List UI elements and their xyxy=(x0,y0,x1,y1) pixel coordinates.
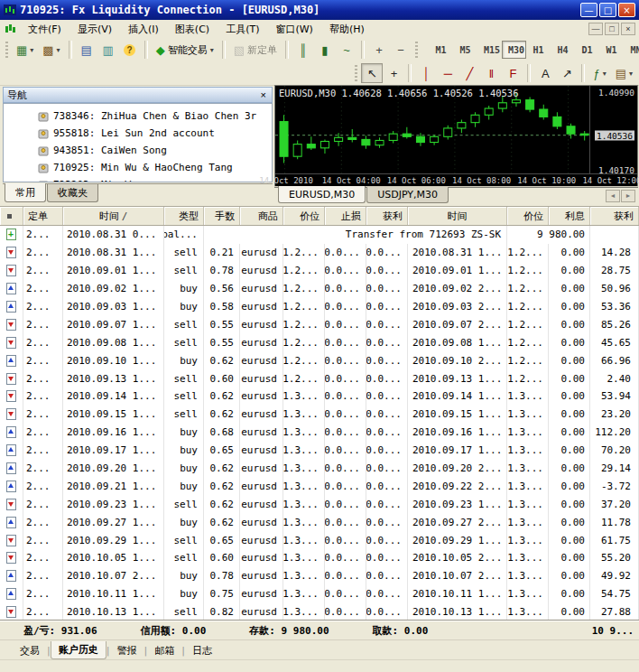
cursor-button[interactable]: ↖ xyxy=(361,63,383,83)
indicators-button[interactable]: ƒ▾ xyxy=(588,63,610,83)
bottom-tab-trade[interactable]: 交易 xyxy=(13,642,47,659)
history-row-18[interactable]: 2...2010.10.07 2...buy0.78eurusd1.3...0.… xyxy=(0,567,639,585)
header-stop-loss[interactable]: 止损 xyxy=(325,207,366,225)
header-open-price[interactable]: 价位 xyxy=(283,207,325,225)
header-take-profit[interactable]: 获利 xyxy=(366,207,408,225)
candlestick-chart-button[interactable]: ▮ xyxy=(314,40,336,60)
history-row-14[interactable]: 2...2010.09.23 1...sell0.62eurusd1.3...0… xyxy=(0,495,639,513)
navigator-account-2[interactable]: 943851: CaiWen Song xyxy=(4,142,272,159)
history-row-4[interactable]: 2...2010.09.07 1...sell0.55eurusd1.2...0… xyxy=(0,315,639,333)
new-chart-button[interactable]: ▦▾ xyxy=(12,40,38,60)
header-order[interactable]: 定单 xyxy=(23,207,63,225)
arrow-objects-button[interactable]: ↗ xyxy=(556,63,578,83)
templates-button[interactable]: ▤▾ xyxy=(611,63,637,83)
history-row-16[interactable]: 2...2010.09.29 1...sell0.65eurusd1.3...0… xyxy=(0,531,639,549)
bottom-tab-account-history[interactable]: 账户历史 xyxy=(51,641,106,659)
history-row-19[interactable]: 2...2010.10.11 1...buy0.75eurusd1.3...0.… xyxy=(0,585,639,603)
mdi-close-button[interactable]: × xyxy=(621,23,635,35)
help-button[interactable]: ? xyxy=(119,40,141,60)
time-axis[interactable]: 14 Oct 201014 Oct 04:0014 Oct 06:0014 Oc… xyxy=(275,173,637,187)
menu-window[interactable]: 窗口(W) xyxy=(267,21,320,38)
header-close-price[interactable]: 价位 xyxy=(507,207,549,225)
data-window-button[interactable]: ▥ xyxy=(97,40,119,60)
navigator-close-button[interactable]: × xyxy=(259,90,268,100)
bottom-tab-mailbox[interactable]: 邮箱 xyxy=(147,642,181,659)
history-row-9[interactable]: 2...2010.09.15 1...sell0.62eurusd1.3...0… xyxy=(0,406,639,424)
history-row-15[interactable]: 2...2010.09.27 1...buy0.62eurusd1.3...0.… xyxy=(0,513,639,531)
tabs-scroll-right-button[interactable]: ► xyxy=(621,190,635,202)
horizontal-line-button[interactable]: ─ xyxy=(437,63,458,83)
history-row-6[interactable]: 2...2010.09.10 1...buy0.62eurusd1.2...0.… xyxy=(0,351,639,369)
history-row-17[interactable]: 2...2010.10.05 1...sell0.60eurusd1.3...0… xyxy=(0,549,639,567)
equidistant-channel-button[interactable]: ‖ xyxy=(480,63,502,83)
line-chart-button[interactable]: ~ xyxy=(336,40,357,60)
fibonacci-button[interactable]: F xyxy=(502,63,523,83)
history-row-20[interactable]: 2...2010.10.13 1...sell0.82eurusd1.3...0… xyxy=(0,603,639,621)
history-row-12[interactable]: 2...2010.09.20 1...buy0.62eurusd1.3...0.… xyxy=(0,460,639,478)
history-row-8[interactable]: 2...2010.09.14 1...sell0.62eurusd1.3...0… xyxy=(0,387,639,406)
balance-amount-cell: 9 980.00 xyxy=(507,226,590,244)
header-open-time[interactable]: 时间/ xyxy=(63,207,164,225)
timeframe-h1-button[interactable]: H1 xyxy=(526,41,551,59)
price-scale[interactable]: 1.409901.405361.40170 xyxy=(589,86,637,174)
header-type[interactable]: 类型 xyxy=(164,207,204,225)
vertical-line-button[interactable]: │ xyxy=(415,63,437,83)
menu-view[interactable]: 显示(V) xyxy=(69,21,120,38)
navigator-account-4[interactable]: 723203: Min Wu xyxy=(4,176,272,182)
minimize-button[interactable]: — xyxy=(580,3,597,17)
history-row-10[interactable]: 2...2010.09.16 1...buy0.68eurusd1.3...0.… xyxy=(0,424,639,442)
navigator-account-3[interactable]: 710925: Min Wu & HaoCheng Tang xyxy=(4,159,272,176)
timeframe-d1-button[interactable]: D1 xyxy=(575,41,599,59)
menu-charts[interactable]: 图表(C) xyxy=(167,21,218,38)
timeframe-m5-button[interactable]: M5 xyxy=(453,41,477,59)
chart-tab-0[interactable]: EURUSD,M30 xyxy=(278,186,366,203)
tabs-scroll-left-button[interactable]: ◄ xyxy=(606,190,620,202)
trendline-button[interactable]: ╱ xyxy=(458,63,480,83)
navigator-tab-0[interactable]: 常用 xyxy=(5,183,46,202)
navigator-account-0[interactable]: 738346: ZhiHua Chen & Biao Chen 3r xyxy=(4,107,272,125)
header-swap[interactable]: 利息 xyxy=(549,207,590,225)
history-row-2[interactable]: 2...2010.09.02 1...buy0.56eurusd1.2...0.… xyxy=(0,280,639,298)
zoom-in-button[interactable]: + xyxy=(368,40,390,60)
zoom-out-button[interactable]: − xyxy=(390,40,412,60)
close-button[interactable]: × xyxy=(618,3,635,17)
navigator-tab-1[interactable]: 收藏夹 xyxy=(47,184,98,202)
timeframe-mn-button[interactable]: MN xyxy=(624,41,639,59)
header-symbol[interactable]: 商品 xyxy=(240,207,283,225)
history-row-1[interactable]: 2...2010.09.01 1...sell0.78eurusd1.2...0… xyxy=(0,262,639,280)
header-profit[interactable]: 获利 xyxy=(590,207,639,225)
timeframe-w1-button[interactable]: W1 xyxy=(599,41,624,59)
bar-chart-button[interactable]: ║ xyxy=(292,40,314,60)
menu-file[interactable]: 文件(F) xyxy=(20,21,69,38)
history-row-5[interactable]: 2...2010.09.08 1...sell0.55eurusd1.2...0… xyxy=(0,333,639,351)
crosshair-button[interactable]: + xyxy=(383,63,404,83)
menu-tools[interactable]: 工具(T) xyxy=(218,21,267,38)
maximize-button[interactable]: □ xyxy=(599,3,616,17)
timeframe-h4-button[interactable]: H4 xyxy=(551,41,575,59)
history-row-0[interactable]: 2...2010.08.31 1...sell0.21eurusd1.2...0… xyxy=(0,244,639,262)
bottom-tab-journal[interactable]: 日志 xyxy=(185,642,219,659)
navigator-account-1[interactable]: 955818: Lei Sun 2nd account xyxy=(4,125,272,142)
timeframe-m30-button[interactable]: M30 xyxy=(502,41,526,59)
open-profile-button[interactable]: ▩▾ xyxy=(38,40,64,60)
history-row-11[interactable]: 2...2010.09.17 1...buy0.65eurusd1.3...0.… xyxy=(0,442,639,460)
history-row-13[interactable]: 2...2010.09.21 1...buy0.62eurusd1.3...0.… xyxy=(0,477,639,495)
history-row-3[interactable]: 2...2010.09.03 1...buy0.58eurusd1.2...0.… xyxy=(0,298,639,316)
mdi-minimize-button[interactable]: — xyxy=(588,23,603,35)
menu-help[interactable]: 帮助(H) xyxy=(321,21,373,38)
candlestick-chart[interactable]: EURUSD,M30 1.40628 1.40656 1.40526 1.405… xyxy=(275,86,590,174)
bottom-tab-alerts[interactable]: 警报 xyxy=(109,642,144,659)
text-label-button[interactable]: A xyxy=(534,63,556,83)
chart-tab-1[interactable]: USDJPY,M30 xyxy=(366,187,449,203)
history-row-7[interactable]: 2...2010.09.13 1...sell0.60eurusd1.2...0… xyxy=(0,369,639,387)
timeframe-m1-button[interactable]: M1 xyxy=(429,41,453,59)
market-watch-button[interactable]: ▤ xyxy=(76,40,97,60)
header-lots[interactable]: 手数 xyxy=(204,207,240,225)
chart-window[interactable]: EURUSD,M30 1.40628 1.40656 1.40526 1.405… xyxy=(274,85,638,188)
balance-row[interactable]: 2... 2010.08.31 0... bal... Transfer fro… xyxy=(0,226,639,244)
mdi-restore-button[interactable]: □ xyxy=(605,23,619,35)
header-close-time[interactable]: 时间 xyxy=(408,207,507,225)
menu-insert[interactable]: 插入(I) xyxy=(120,21,167,38)
timeframe-m15-button[interactable]: M15 xyxy=(477,41,502,59)
expert-advisors-button[interactable]: ◆智能交易▾ xyxy=(152,40,218,60)
